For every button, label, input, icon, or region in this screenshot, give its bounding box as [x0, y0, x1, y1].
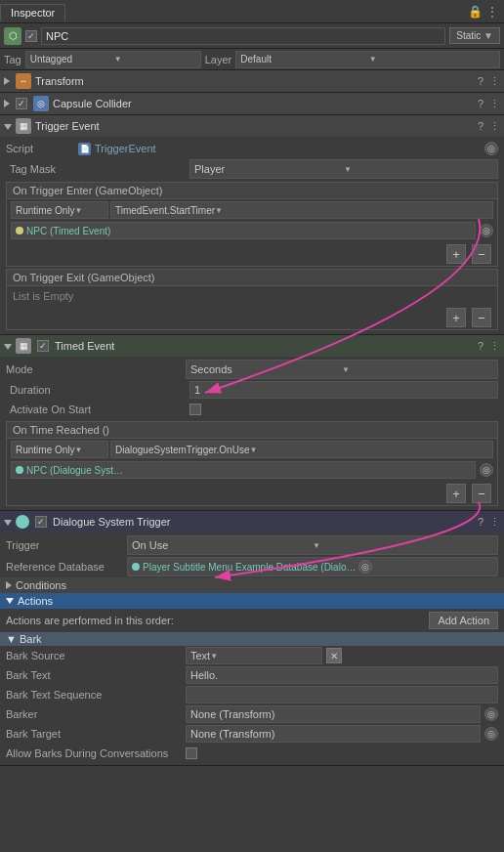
timed-event-help-icon[interactable]: ? — [478, 340, 483, 352]
time-reached-obj-ref[interactable]: NPC (Dialogue Syst… — [11, 461, 476, 479]
allow-barks-checkbox[interactable] — [186, 747, 197, 759]
mode-arrow: ▼ — [342, 365, 493, 374]
trigger-event-body: Script 📄 TriggerEvent ◎ Tag Mask Player … — [0, 137, 504, 334]
bark-text-row: Bark Text — [0, 665, 504, 685]
bark-source-label: Bark Source — [6, 650, 182, 661]
trigger-enter-obj-ref[interactable]: NPC (Timed Event) — [11, 222, 476, 239]
bark-text-input[interactable] — [186, 666, 498, 684]
activate-checkbox[interactable] — [189, 404, 201, 415]
transform-component: ↔ Transform ? ⋮ — [0, 70, 504, 93]
timed-event-checkbox[interactable] — [37, 340, 49, 352]
dialogue-trigger-foldout[interactable] — [4, 516, 12, 528]
dialogue-trigger-component: Dialogue System Trigger ? ⋮ Trigger On U… — [0, 511, 504, 766]
static-button[interactable]: Static ▼ — [449, 27, 500, 44]
trigger-enter-circle-btn[interactable]: ◎ — [480, 224, 493, 237]
capsule-checkbox[interactable] — [16, 98, 27, 109]
trigger-event-help-icon[interactable]: ? — [478, 120, 483, 132]
transform-title: Transform — [35, 75, 474, 87]
barker-value[interactable]: None (Transform) — [186, 705, 481, 723]
actions-info-row: Actions are performed in this order: Add… — [0, 609, 504, 632]
dialogue-trigger-header[interactable]: Dialogue System Trigger ? ⋮ — [0, 511, 504, 532]
trigger-enter-runtime-dropdown[interactable]: Runtime Only ▼ — [11, 201, 108, 219]
tag-mask-arrow: ▼ — [344, 165, 493, 174]
time-reached-add-btn[interactable]: + — [446, 484, 466, 503]
transform-help-icon[interactable]: ? — [478, 75, 483, 87]
allow-barks-row: Allow Barks During Conversations — [0, 744, 504, 763]
dialogue-help-icon[interactable]: ? — [478, 516, 483, 528]
trigger-event-foldout[interactable] — [4, 120, 12, 132]
capsule-foldout[interactable] — [4, 98, 12, 109]
trigger-event-header[interactable]: ▦ Trigger Event ? ⋮ — [0, 115, 504, 137]
script-value: TriggerEvent — [95, 143, 481, 154]
script-label: Script — [6, 143, 74, 154]
barker-row: Barker None (Transform) ◎ — [0, 704, 504, 724]
conditions-label: Conditions — [16, 579, 66, 591]
trigger-exit-remove-btn[interactable]: − — [472, 308, 491, 327]
timed-event-settings-icon[interactable]: ⋮ — [489, 340, 500, 353]
bark-target-circle-btn[interactable]: ◎ — [484, 727, 498, 741]
bark-source-row: Bark Source Text ▼ ✕ — [0, 646, 504, 665]
dialogue-trigger-body: Trigger On Use ▼ Reference Database Play… — [0, 532, 504, 765]
time-reached-circle-btn[interactable]: ◎ — [480, 463, 493, 477]
lock-icon[interactable]: 🔒 — [468, 5, 483, 19]
capsule-help-icon[interactable]: ? — [478, 98, 483, 109]
trigger-enter-remove-btn[interactable]: − — [472, 244, 491, 264]
layer-dropdown-arrow: ▼ — [369, 55, 495, 64]
layer-dropdown[interactable]: Default ▼ — [235, 51, 500, 68]
bark-target-value[interactable]: None (Transform) — [186, 725, 481, 743]
time-reached-remove-btn[interactable]: − — [472, 484, 491, 503]
barker-circle-btn[interactable]: ◎ — [484, 707, 498, 721]
capsule-header[interactable]: ◎ Capsule Collider ? ⋮ — [0, 93, 504, 114]
bark-section-header[interactable]: ▼ Bark — [0, 632, 504, 646]
bark-source-dropdown[interactable]: Text ▼ — [186, 647, 322, 664]
layer-label: Layer — [205, 54, 232, 65]
on-time-reached-header: On Time Reached () — [7, 422, 497, 439]
conditions-row[interactable]: Conditions — [0, 577, 504, 593]
tag-mask-dropdown[interactable]: Player ▼ — [189, 159, 498, 179]
timed-event-header[interactable]: ▦ Timed Event ? ⋮ — [0, 335, 504, 357]
add-action-button[interactable]: Add Action — [429, 612, 498, 629]
trigger-exit-add-btn[interactable]: + — [446, 308, 466, 327]
object-active-checkbox[interactable] — [25, 30, 37, 42]
bark-source-x-btn[interactable]: ✕ — [326, 648, 342, 663]
trigger-enter-add-btn[interactable]: + — [446, 244, 466, 264]
menu-icon[interactable]: ⋮ — [486, 5, 498, 19]
tab-bar-icons: 🔒 ⋮ — [468, 5, 504, 19]
timed-event-foldout[interactable] — [4, 340, 12, 352]
trigger-event-settings-icon[interactable]: ⋮ — [489, 120, 500, 133]
script-target-btn[interactable]: ◎ — [484, 142, 498, 155]
transform-header[interactable]: ↔ Transform ? ⋮ — [0, 70, 504, 92]
transform-foldout[interactable] — [4, 75, 12, 87]
transform-settings-icon[interactable]: ⋮ — [489, 75, 500, 88]
time-reached-runtime-dropdown[interactable]: Runtime Only ▼ — [11, 441, 108, 458]
tag-dropdown-arrow: ▼ — [114, 55, 196, 64]
script-row: Script 📄 TriggerEvent ◎ — [0, 139, 504, 158]
capsule-settings-icon[interactable]: ⋮ — [489, 98, 500, 110]
npc-object-icon: ⬡ — [4, 27, 21, 45]
ref-db-circle-btn[interactable]: ◎ — [358, 560, 372, 574]
on-trigger-enter-block: On Trigger Enter (GameObject) Runtime On… — [6, 182, 498, 267]
timed-event-title: Timed Event — [55, 340, 474, 352]
dialogue-trigger-title: Dialogue System Trigger — [53, 516, 474, 528]
object-name-input[interactable] — [41, 27, 445, 45]
actions-section: Actions — [0, 593, 504, 609]
bark-text-seq-input[interactable] — [186, 686, 498, 703]
capsule-actions: ? ⋮ — [478, 98, 500, 110]
dialogue-trigger-checkbox[interactable] — [35, 516, 47, 528]
dialogue-settings-icon[interactable]: ⋮ — [489, 516, 500, 529]
mode-dropdown[interactable]: Seconds ▼ — [186, 360, 498, 379]
trigger-enter-target-row: NPC (Timed Event) ◎ — [7, 221, 497, 242]
duration-input[interactable] — [189, 381, 498, 399]
tag-dropdown[interactable]: Untagged ▼ — [25, 51, 201, 68]
ref-db-value[interactable]: Player Subtitle Menu Example Database (D… — [127, 557, 498, 576]
trigger-row: Trigger On Use ▼ — [0, 534, 504, 556]
trigger-field-dropdown[interactable]: On Use ▼ — [127, 535, 498, 555]
inspector-tab[interactable]: Inspector — [0, 4, 65, 21]
tag-label: Tag — [4, 54, 21, 65]
trigger-event-title: Trigger Event — [35, 120, 474, 132]
object-bar: ⬡ Static ▼ — [0, 23, 504, 49]
dialogue-trigger-status-dot — [16, 515, 29, 529]
trigger-enter-func-dropdown[interactable]: TimedEvent.StartTimer ▼ — [110, 201, 493, 219]
obj-dot-yellow — [16, 227, 23, 234]
time-reached-func-dropdown[interactable]: DialogueSystemTrigger.OnUse ▼ — [110, 441, 493, 458]
